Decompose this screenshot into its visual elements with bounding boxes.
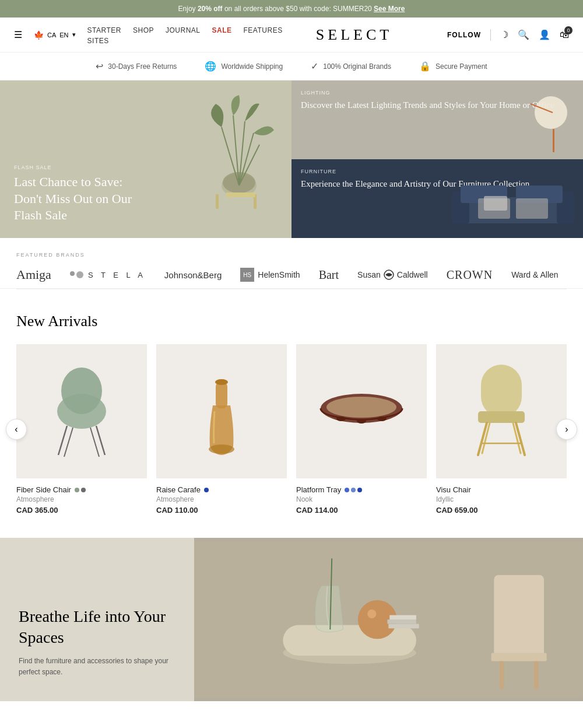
product-image-visu-chair [436, 344, 567, 478]
tray-name-row: Platform Tray [296, 485, 427, 494]
product-card-fiber-chair[interactable]: Fiber Side Chair Atmosphere CAD 365.00 [16, 344, 147, 514]
svg-point-10 [535, 96, 567, 129]
svg-rect-9 [226, 192, 255, 197]
brands-section: FEATURED BRANDS Amiga S T E L A Johnson&… [0, 238, 583, 289]
cart-button[interactable]: 🛍 0 [560, 30, 569, 40]
trust-original: ✓ 100% Original Brands [311, 61, 391, 72]
svg-rect-27 [216, 382, 227, 408]
carousel-next-button[interactable]: › [556, 419, 577, 440]
hero-grid: FLASH SALE Last Chance to Save:Don't Mis… [0, 80, 583, 238]
menu-icon[interactable]: ☰ [14, 29, 22, 40]
brand-crown[interactable]: CROWN [447, 268, 493, 282]
tray-name: Platform Tray [296, 485, 341, 494]
svg-point-31 [326, 397, 396, 418]
nav-features[interactable]: FEATURES [244, 26, 283, 34]
carafe-colors [204, 488, 209, 492]
follow-button[interactable]: FOLLOW [447, 31, 481, 39]
nav-left: ☰ 🍁 CA EN ▾ STARTER SITES SHOP JOURNAL S… [14, 24, 283, 46]
nav-journal[interactable]: JOURNAL [166, 26, 201, 34]
brands-label: FEATURED BRANDS [16, 252, 567, 258]
banner-text: Enjoy 20% off on all orders above $50 wi… [178, 5, 374, 13]
lamp-decoration [513, 86, 571, 156]
product-image-carafe [156, 344, 287, 478]
nav-starter-sites[interactable]: STARTER SITES [87, 26, 121, 45]
search-icon[interactable]: 🔍 [518, 29, 529, 40]
flash-sale-text: FLASH SALE Last Chance to Save:Don't Mis… [14, 164, 132, 224]
trust-bar: ↩ 30-Days Free Returns 🌐 Worldwide Shipp… [0, 52, 583, 80]
svg-rect-36 [478, 411, 525, 423]
brand-susan-caldwell[interactable]: Susan Caldwell [357, 269, 428, 281]
svg-rect-50 [390, 615, 417, 620]
svg-point-28 [215, 379, 228, 385]
svg-point-47 [367, 610, 376, 618]
original-icon: ✓ [311, 61, 318, 72]
svg-rect-44 [283, 625, 417, 656]
visu-chair-name-row: Visu Chair [436, 485, 567, 494]
tray-svg [309, 382, 414, 440]
svg-point-34 [377, 416, 387, 421]
svg-point-29 [209, 444, 234, 454]
product-image-fiber-chair [16, 344, 147, 478]
svg-point-22 [61, 368, 102, 414]
brand-bart[interactable]: Bart [319, 268, 339, 282]
svg-rect-7 [216, 194, 219, 209]
svg-rect-20 [484, 196, 507, 211]
nav-shop[interactable]: SHOP [133, 26, 154, 34]
svg-rect-52 [491, 653, 547, 661]
shipping-icon: 🌐 [205, 61, 216, 72]
shipping-text: Worldwide Shipping [221, 62, 283, 71]
tray-brand: Nook [296, 495, 427, 503]
brand-johnson-berg[interactable]: Johnson&Berg [164, 270, 222, 280]
dark-mode-icon[interactable]: ☽ [500, 29, 508, 40]
bottom-hero-title: Breathe Life into Your Spaces [19, 606, 175, 649]
product-card-carafe[interactable]: Raise Carafe Atmosphere CAD 110.00 [156, 344, 287, 514]
product-card-visu-chair[interactable]: Visu Chair Idyllic CAD 659.00 [436, 344, 567, 514]
hero-furniture[interactable]: FURNITURE Experience the Elegance and Ar… [292, 159, 583, 238]
trust-payment: 🔒 Secure Payment [419, 61, 487, 72]
locale-selector[interactable]: 🍁 CA EN ▾ [34, 30, 76, 40]
svg-rect-35 [481, 365, 522, 417]
brands-list: Amiga S T E L A Johnson&Berg HS HelenSmi… [16, 267, 567, 282]
carafe-brand: Atmosphere [156, 495, 287, 503]
locale-en: EN [59, 32, 68, 38]
payment-icon: 🔒 [419, 61, 431, 72]
brand-helen-smith[interactable]: HS HelenSmith [240, 268, 300, 282]
fiber-chair-name-row: Fiber Side Chair [16, 485, 147, 494]
locale-ca: CA [47, 32, 56, 38]
sofa-decoration [449, 174, 577, 232]
site-logo[interactable]: SELECT [283, 26, 426, 44]
new-arrivals-title: New Arrivals [16, 313, 567, 330]
brand-stela[interactable]: S T E L A [70, 271, 146, 279]
locale-chevron: ▾ [72, 31, 76, 38]
brand-amiga[interactable]: Amiga [16, 267, 51, 282]
brand-ward-allen[interactable]: Ward & Allen [511, 270, 558, 279]
tray-colors [345, 488, 362, 492]
carafe-name-row: Raise Carafe [156, 485, 287, 494]
products-carousel: ‹ Fi [16, 344, 567, 514]
visu-chair-brand: Idyllic [436, 495, 567, 503]
nav-divider [490, 29, 491, 41]
bottom-hero-left: Breathe Life into Your Spaces Find the f… [0, 538, 194, 701]
furniture-badge: FURNITURE [301, 169, 529, 174]
banner-link[interactable]: See More [374, 5, 405, 13]
bottom-hero-right [194, 538, 583, 701]
flash-sale-title: Last Chance to Save:Don't Miss Out on Ou… [14, 174, 132, 224]
main-nav: ☰ 🍁 CA EN ▾ STARTER SITES SHOP JOURNAL S… [0, 18, 583, 52]
trust-returns: ↩ 30-Days Free Returns [96, 61, 177, 72]
returns-icon: ↩ [96, 61, 103, 72]
user-icon[interactable]: 👤 [539, 29, 550, 40]
nav-right: FOLLOW ☽ 🔍 👤 🛍 0 [426, 29, 569, 41]
nav-links: STARTER SITES SHOP JOURNAL SALE FEATURES [87, 24, 283, 46]
nav-sale[interactable]: SALE [212, 26, 232, 34]
hero-flash-sale[interactable]: FLASH SALE Last Chance to Save:Don't Mis… [0, 80, 292, 238]
hero-lighting[interactable]: LIGHTING Discover the Latest Lighting Tr… [292, 80, 583, 159]
svg-point-33 [357, 419, 366, 424]
bottom-hero-decoration [194, 538, 583, 701]
trust-shipping: 🌐 Worldwide Shipping [205, 61, 283, 72]
carafe-price: CAD 110.00 [156, 506, 287, 514]
product-card-tray[interactable]: Platform Tray Nook CAD 114.00 [296, 344, 427, 514]
svg-rect-11 [553, 129, 554, 152]
carousel-prev-button[interactable]: ‹ [6, 419, 27, 440]
payment-text: Secure Payment [436, 62, 487, 71]
bottom-hero-subtitle: Find the furniture and accessories to sh… [19, 656, 175, 678]
